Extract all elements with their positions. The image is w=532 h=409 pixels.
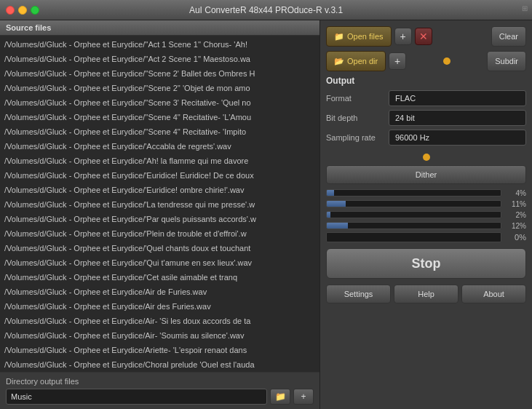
progress-bar-label: 11% <box>504 200 526 208</box>
total-progress-row: 0% <box>326 232 526 242</box>
list-item[interactable]: /Volumes/d/Gluck - Orphee et Eurydice/''… <box>0 66 319 81</box>
add-files-button[interactable]: + <box>394 28 412 45</box>
clear-button[interactable]: Clear <box>491 26 526 47</box>
close-button[interactable] <box>6 6 15 15</box>
subdir-button[interactable]: Subdir <box>487 51 526 71</box>
format-value[interactable]: FLAC <box>389 90 526 106</box>
top-buttons-row: 📁 Open files + ✕ Clear <box>326 26 526 47</box>
list-item[interactable]: /Volumes/d/Gluck - Orphee et Eurydice/'E… <box>0 183 319 197</box>
list-item[interactable]: /Volumes/d/Gluck - Orphee et Eurydice/'P… <box>0 226 319 241</box>
list-item[interactable]: /Volumes/d/Gluck - Orphee et Eurydice/''… <box>0 37 319 52</box>
list-item[interactable]: /Volumes/d/Gluck - Orphee et Eurydice/Ai… <box>0 328 319 343</box>
progress-bar-row: 4% <box>326 188 526 197</box>
list-item[interactable]: /Volumes/d/Gluck - Orphee et Eurydice/'A… <box>0 154 319 168</box>
progress-bar-fill <box>327 190 334 196</box>
progress-bar-bg <box>326 200 501 207</box>
help-button[interactable]: Help <box>394 285 458 303</box>
list-item[interactable]: /Volumes/d/Gluck - Orphee et Eurydice/''… <box>0 110 319 124</box>
progress-bar-fill <box>327 201 346 207</box>
list-item[interactable]: /Volumes/d/Gluck - Orphee et Eurydice/Ai… <box>0 299 319 314</box>
list-item[interactable]: /Volumes/d/Gluck - Orphee et Eurydice/'P… <box>0 212 319 226</box>
sampling-rate-row: Sampling rate 96000 Hz <box>326 130 526 146</box>
bitdepth-value[interactable]: 24 bit <box>389 110 526 126</box>
dot-indicator-top <box>443 57 450 65</box>
dir-input[interactable] <box>6 389 267 405</box>
stop-button[interactable]: Stop <box>326 248 526 279</box>
list-item[interactable]: /Volumes/d/Gluck - Orphee et Eurydice/''… <box>0 124 319 139</box>
list-item[interactable]: /Volumes/d/Gluck - Orphee et Eurydice/Ai… <box>0 314 319 328</box>
folder-open-icon: 📂 <box>334 57 344 66</box>
total-progress-label: 0% <box>504 233 526 242</box>
output-section: Output Format FLAC Bit depth 24 bit Samp… <box>326 76 526 149</box>
list-item[interactable]: /Volumes/d/Gluck - Orphee et Eurydice/''… <box>0 81 319 95</box>
title-bar: AuI ConverteR 48x44 PROduce-R v.3.1 ⊞ <box>0 0 532 20</box>
resize-icon: ⊞ <box>522 4 528 12</box>
dither-button[interactable]: Dither <box>326 165 526 184</box>
list-item[interactable]: /Volumes/d/Gluck - Orphee et Eurydice/''… <box>0 95 319 110</box>
settings-button[interactable]: Settings <box>326 285 391 303</box>
main-layout: Source files /Volumes/d/Gluck - Orphee e… <box>0 20 532 409</box>
list-item[interactable]: /Volumes/d/Gluck - Orphee et Eurydice/'E… <box>0 168 319 183</box>
output-header: Output <box>326 76 526 86</box>
open-files-button[interactable]: 📁 Open files <box>326 26 392 47</box>
dir-browse-button[interactable]: 📁 <box>270 389 290 405</box>
progress-bar-bg <box>326 211 501 218</box>
remove-files-button[interactable]: ✕ <box>415 28 432 45</box>
dir-plus-button[interactable]: + <box>293 389 314 405</box>
open-files-label: Open files <box>347 32 384 41</box>
format-row: Format FLAC <box>326 90 526 106</box>
progress-bar-fill <box>327 212 330 218</box>
progress-bar-label: 4% <box>504 189 526 197</box>
progress-section: 4% 11% 2% 12% 0% <box>326 188 526 242</box>
maximize-button[interactable] <box>31 6 39 15</box>
sampling-rate-label: Sampling rate <box>326 133 384 142</box>
list-item[interactable]: /Volumes/d/Gluck - Orphee et Eurydice/'Q… <box>0 241 319 255</box>
add-dir-button[interactable]: + <box>389 52 406 70</box>
progress-bar-label: 2% <box>504 211 526 219</box>
open-dir-label: Open dir <box>347 57 378 65</box>
list-item[interactable]: /Volumes/d/Gluck - Orphee et Eurydice/'A… <box>0 139 319 154</box>
progress-bar-label: 12% <box>504 222 526 230</box>
list-item[interactable]: /Volumes/d/Gluck - Orphee et Eurydice/''… <box>0 52 319 66</box>
list-item[interactable]: /Volumes/d/Gluck - Orphee et Eurydice/Ch… <box>0 357 319 372</box>
sampling-rate-value[interactable]: 96000 Hz <box>389 130 526 146</box>
left-panel: Source files /Volumes/d/Gluck - Orphee e… <box>0 20 320 409</box>
minimize-button[interactable] <box>18 6 27 15</box>
progress-bar-bg <box>326 222 501 229</box>
dot-indicator-dither <box>423 154 430 161</box>
right-panel: 📁 Open files + ✕ Clear 📂 Open dir + Subd… <box>320 20 532 409</box>
output-dir-section: Directory output files 📁 + <box>0 372 319 409</box>
progress-bar-row: 2% <box>326 210 526 219</box>
progress-bar-fill <box>327 223 348 229</box>
open-dir-button[interactable]: 📂 Open dir <box>326 51 386 71</box>
open-dir-row: 📂 Open dir + Subdir <box>326 51 526 71</box>
folder-icon: 📁 <box>334 32 344 41</box>
progress-bar-bg <box>326 189 501 196</box>
file-list[interactable]: /Volumes/d/Gluck - Orphee et Eurydice/''… <box>0 36 319 372</box>
window-title: AuI ConverteR 48x44 PROduce-R v.3.1 <box>189 5 343 15</box>
dither-dot-row <box>326 154 526 161</box>
format-label: Format <box>326 94 384 103</box>
list-item[interactable]: /Volumes/d/Gluck - Orphee et Eurydice/Ai… <box>0 285 319 299</box>
dot-indicator-container <box>409 57 484 65</box>
bottom-buttons: Settings Help About <box>326 285 526 303</box>
progress-bar-row: 11% <box>326 199 526 208</box>
about-button[interactable]: About <box>461 285 526 303</box>
list-item[interactable]: /Volumes/d/Gluck - Orphee et Eurydice/Ar… <box>0 343 319 357</box>
bitdepth-row: Bit depth 24 bit <box>326 110 526 126</box>
output-dir-row: 📁 + <box>6 389 314 405</box>
source-files-header: Source files <box>0 20 319 36</box>
traffic-lights <box>6 6 39 15</box>
output-dir-label: Directory output files <box>6 377 314 386</box>
list-item[interactable]: /Volumes/d/Gluck - Orphee et Eurydice/'Q… <box>0 255 319 270</box>
list-item[interactable]: /Volumes/d/Gluck - Orphee et Eurydice/'C… <box>0 270 319 285</box>
bitdepth-label: Bit depth <box>326 114 384 122</box>
total-progress-bar-bg <box>326 232 501 242</box>
progress-bar-row: 12% <box>326 221 526 230</box>
list-item[interactable]: /Volumes/d/Gluck - Orphee et Eurydice/'L… <box>0 197 319 212</box>
